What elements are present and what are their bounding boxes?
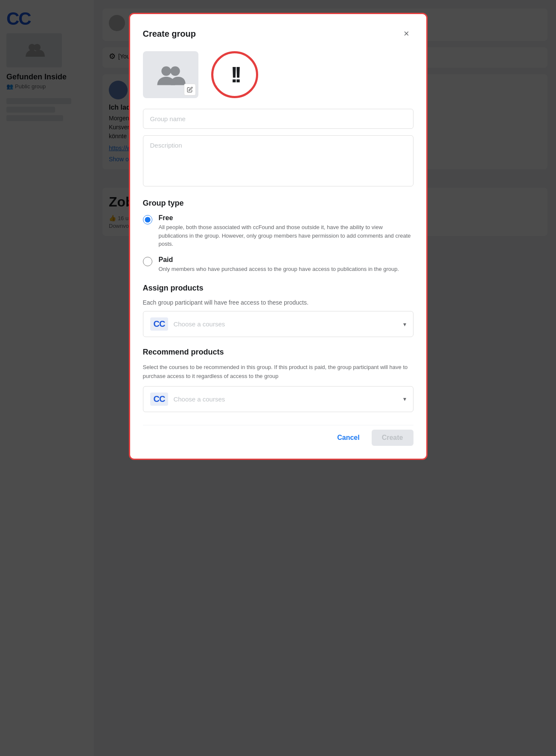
- paid-option[interactable]: Paid Only members who have purchased acc…: [143, 256, 413, 273]
- recommend-subtitle: Select the courses to be recommended in …: [143, 363, 413, 381]
- alert-icon: !!: [211, 51, 258, 98]
- paid-label: Paid: [159, 256, 413, 264]
- paid-label-container: Paid Only members who have purchased acc…: [159, 256, 413, 273]
- free-label: Free: [159, 214, 413, 222]
- free-description: All people, both those associated with c…: [159, 223, 413, 248]
- group-type-section: Group type Free All people, both those a…: [143, 199, 413, 273]
- recommend-products-section: Recommend products Select the courses to…: [143, 348, 413, 412]
- create-group-modal: Create group ×: [129, 13, 428, 460]
- recommend-courses-dropdown[interactable]: CC Choose a courses ▾: [143, 386, 413, 412]
- group-placeholder-icon: [156, 60, 186, 90]
- modal-header: Create group ×: [143, 27, 413, 41]
- assign-products-section: Assign products Each group participant w…: [143, 284, 413, 337]
- recommend-dropdown-arrow: ▾: [403, 395, 406, 402]
- recommend-placeholder: Choose a courses: [173, 395, 398, 403]
- close-button[interactable]: ×: [400, 27, 413, 41]
- recommend-cc-logo: CC: [150, 393, 169, 406]
- assign-placeholder: Choose a courses: [173, 320, 398, 328]
- cancel-button[interactable]: Cancel: [330, 430, 366, 446]
- recommend-title: Recommend products: [143, 348, 413, 357]
- assign-courses-dropdown[interactable]: CC Choose a courses ▾: [143, 311, 413, 337]
- assign-cc-logo: CC: [150, 317, 169, 331]
- modal-footer: Cancel Create: [143, 425, 413, 446]
- paid-radio[interactable]: [143, 257, 152, 266]
- modal-backdrop: Create group ×: [0, 0, 556, 756]
- group-type-title: Group type: [143, 199, 413, 208]
- modal-top-section: !!: [143, 51, 413, 98]
- assign-subtitle: Each group participant will have free ac…: [143, 299, 413, 306]
- svg-point-3: [170, 66, 180, 76]
- free-radio[interactable]: [143, 215, 152, 224]
- edit-image-button[interactable]: [184, 84, 196, 96]
- free-option[interactable]: Free All people, both those associated w…: [143, 214, 413, 248]
- group-name-input[interactable]: [143, 109, 413, 129]
- alert-exclamations: !!: [230, 64, 239, 86]
- svg-point-2: [161, 66, 171, 76]
- group-image-container: [143, 51, 198, 98]
- paid-description: Only members who have purchased access t…: [159, 265, 413, 273]
- assign-dropdown-arrow: ▾: [403, 321, 406, 328]
- description-input[interactable]: [143, 135, 413, 186]
- assign-title: Assign products: [143, 284, 413, 293]
- modal-title: Create group: [143, 29, 196, 39]
- create-button[interactable]: Create: [372, 430, 413, 446]
- free-label-container: Free All people, both those associated w…: [159, 214, 413, 248]
